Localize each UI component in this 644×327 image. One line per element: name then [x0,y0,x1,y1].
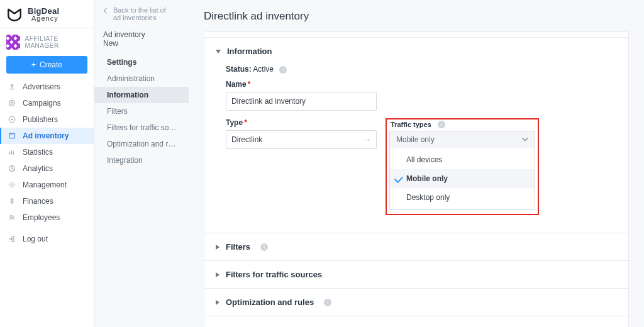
content: Directlink ad inventory Information Stat… [189,0,644,327]
upload-icon [8,83,16,91]
section-filters[interactable]: Filters i [204,233,628,260]
role-label: AFFILIATE MANAGER [25,35,87,49]
nav-item-label: Statistics [23,148,53,157]
user-role-row: AFFILIATE MANAGER [0,28,94,56]
chevron-down-icon [522,136,528,143]
svg-point-6 [10,215,12,217]
triangle-down-icon [216,50,221,53]
create-button-label: Create [40,60,62,69]
settings-item-integration[interactable]: Integration [94,152,189,169]
nav-item-label: Ad inventory [23,131,69,140]
settings-item-information[interactable]: Information [94,87,189,103]
traffic-dropdown-toggle[interactable]: Mobile only [390,131,535,148]
logout-icon [8,235,16,243]
info-icon[interactable]: i [260,243,268,251]
traffic-option-all-devices[interactable]: All devices [390,150,535,169]
section-filters-sources[interactable]: Filters for traffic sources [204,261,628,288]
section-filters-title: Filters [226,242,250,252]
name-input[interactable] [226,92,377,111]
brand-line2: Agency [31,14,60,22]
triangle-right-icon [216,245,219,250]
nav-logout-label: Log out [23,235,48,243]
nav-item-campaigns[interactable]: Campaigns [0,95,94,111]
pie-icon [8,165,16,172]
nav-item-label: Campaigns [23,99,61,108]
nav: AdvertisersCampaignsPublishersAd invento… [0,79,94,226]
nav-item-label: Analytics [23,164,53,173]
nav-item-label: Publishers [23,115,58,124]
ad-icon [8,132,16,140]
back-line1: Back to the list of [113,6,166,14]
avatar [6,35,20,50]
traffic-dropdown: Mobile only All devicesMobile onlyDeskto… [389,131,535,210]
back-line2: ad inventories [113,14,166,21]
plus-icon: + [31,60,36,69]
nav-item-employees[interactable]: Employees [0,209,94,226]
traffic-selected-value: Mobile only [396,135,435,144]
type-value: Directlink [231,135,262,144]
section-information-title: Information [227,47,272,56]
svg-point-5 [11,184,13,186]
back-link[interactable]: Back to the list of ad inventories [94,6,189,28]
bars-icon [8,148,16,156]
dollar-icon [8,197,16,205]
form-card: Information Status: Active i Name* Type [204,31,629,327]
info-icon[interactable]: i [279,66,287,74]
settings-item-administration[interactable]: Administration [94,70,189,87]
section-information-header[interactable]: Information [204,38,628,65]
play-icon [8,116,16,123]
nav-item-management[interactable]: Management [0,177,94,193]
status-row: Status: Active i [226,65,617,74]
type-select[interactable]: Directlink → [226,130,377,149]
section-optimization[interactable]: Optimization and rules i [204,289,628,316]
create-button[interactable]: + Create [6,56,87,74]
svg-point-0 [9,101,15,106]
settings-panel: Back to the list of ad inventories Ad in… [94,0,189,327]
nav-item-label: Finances [23,197,53,206]
settings-item-optimization-and-rules[interactable]: Optimization and rules [94,136,189,152]
traffic-label: Traffic types i [391,121,535,128]
name-label: Name* [226,80,377,89]
triangle-right-icon [216,272,219,277]
info-icon[interactable]: i [438,121,445,128]
nav-item-label: Advertisers [23,82,60,91]
svg-point-7 [13,216,14,218]
brand-logo: BigDeal Agency [0,0,94,28]
nav-item-advertisers[interactable]: Advertisers [0,79,94,95]
section-filters-sources-title: Filters for traffic sources [226,270,322,279]
users-icon [8,214,16,221]
nav-item-statistics[interactable]: Statistics [0,144,94,160]
section-information-body: Status: Active i Name* Type* Directlink [204,65,628,233]
panel-title: Ad inventory [94,28,189,39]
settings-item-filters[interactable]: Filters [94,103,189,119]
info-icon[interactable]: i [324,299,331,306]
traffic-types-highlight: Traffic types i Mobile only All devicesM… [386,118,539,215]
arrow-right-icon: → [364,135,371,144]
logo-icon [6,6,23,23]
section-optimization-title: Optimization and rules [226,297,314,307]
page-title: Directlink ad inventory [204,10,629,23]
nav-item-label: Management [23,180,67,189]
nav-item-publishers[interactable]: Publishers [0,111,94,128]
nav-item-finances[interactable]: Finances [0,193,94,209]
section-integration[interactable]: Integration [204,316,628,327]
status-label: Status: [226,65,252,74]
nav-item-analytics[interactable]: Analytics [0,160,94,177]
gear-icon [8,181,16,189]
status-value: Active [253,65,274,74]
nav-logout[interactable]: Log out [0,231,94,247]
triangle-right-icon [216,300,219,305]
sidebar: BigDeal Agency AFFILIATE MANAGER + Creat… [0,0,94,327]
svg-point-1 [11,102,13,104]
settings-header: Settings [94,53,189,70]
chevron-left-icon [103,8,108,14]
svg-rect-3 [9,133,15,138]
target-icon [8,99,16,107]
traffic-option-desktop-only[interactable]: Desktop only [390,188,535,207]
settings-item-filters-for-traffic-sour-[interactable]: Filters for traffic sour... [94,119,189,136]
type-label: Type* [226,118,377,127]
nav-item-label: Employees [23,213,60,222]
traffic-option-mobile-only[interactable]: Mobile only [390,169,535,188]
panel-subtitle: New [94,39,189,53]
nav-item-ad-inventory[interactable]: Ad inventory [0,128,94,144]
